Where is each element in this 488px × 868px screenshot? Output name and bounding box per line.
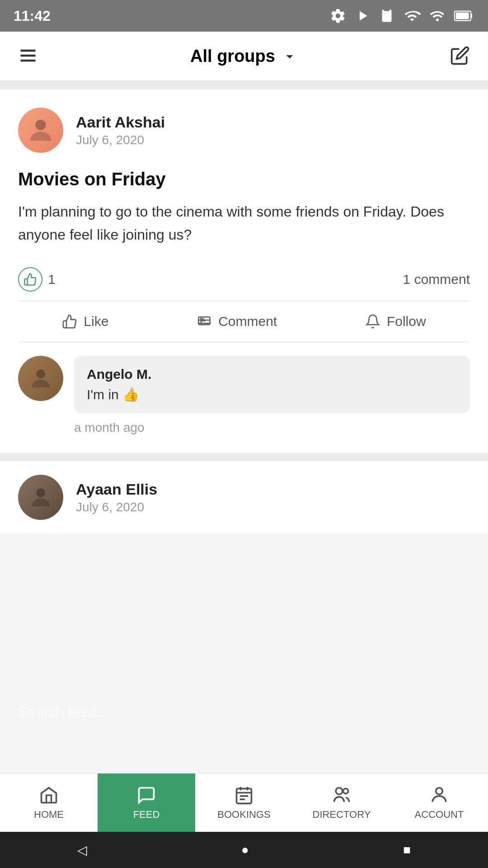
search-overlay: Search feed... (0, 696, 488, 728)
svg-point-21 (343, 788, 348, 793)
comment-time: a month ago (74, 420, 145, 434)
svg-rect-4 (456, 13, 469, 19)
svg-point-20 (336, 788, 343, 794)
next-post-meta: Ayaan Ellis July 6, 2020 (76, 481, 157, 514)
account-label: ACCOUNT (415, 809, 464, 821)
status-icons (330, 8, 474, 24)
home-button[interactable]: ● (241, 843, 249, 857)
comment-section: Angelo M. I'm in 👍 a month ago (0, 342, 488, 453)
like-button[interactable]: Like (62, 314, 108, 329)
comment-button[interactable]: Comment (197, 314, 277, 329)
signal-icon (429, 8, 446, 24)
status-bar: 11:42 (0, 0, 488, 32)
post-body: I'm planning to go to the cinema with so… (18, 200, 470, 246)
recents-button[interactable]: ■ (403, 843, 411, 857)
status-time: 11:42 (14, 8, 51, 24)
post-author: Aarit Akshai (76, 113, 165, 131)
commenter-avatar (18, 356, 63, 401)
android-nav: ◁ ● ■ (0, 832, 488, 868)
nav-title-text: All groups (190, 47, 275, 66)
nav-title-area[interactable]: All groups (190, 47, 298, 66)
svg-point-8 (35, 120, 46, 130)
svg-point-12 (36, 369, 45, 378)
post-header: Aarit Akshai July 6, 2020 (18, 108, 470, 153)
follow-button[interactable]: Follow (365, 314, 426, 329)
gear-icon (330, 8, 346, 24)
post-meta: Aarit Akshai July 6, 2020 (76, 113, 165, 147)
nav-item-directory[interactable]: DIRECTORY (293, 774, 390, 832)
search-placeholder-text: Search feed... (18, 704, 108, 721)
chevron-down-icon (282, 48, 298, 65)
play-icon (354, 8, 371, 24)
bell-icon (365, 314, 380, 329)
reaction-row: 1 1 comment (18, 263, 470, 301)
compose-button[interactable] (450, 46, 470, 67)
comment-count: 1 comment (403, 272, 470, 287)
comment-icon (197, 314, 212, 329)
battery-icon (454, 8, 474, 24)
home-label: HOME (34, 809, 64, 821)
back-button[interactable]: ◁ (77, 843, 87, 858)
feed-label: FEED (133, 809, 160, 821)
svg-point-2 (436, 19, 439, 21)
section-divider-top (0, 81, 488, 90)
post-title: Movies on Friday (18, 169, 470, 189)
clipboard-icon (379, 8, 395, 24)
feed-icon (136, 785, 156, 805)
next-post-avatar (18, 475, 63, 520)
svg-point-22 (436, 788, 443, 794)
top-nav: All groups (0, 32, 488, 81)
post-card: Aarit Akshai July 6, 2020 Movies on Frid… (0, 90, 488, 342)
follow-label: Follow (387, 314, 426, 329)
nav-item-home[interactable]: HOME (0, 774, 98, 832)
home-icon (39, 785, 59, 805)
nav-item-feed[interactable]: FEED (98, 774, 195, 832)
directory-label: DIRECTORY (313, 809, 371, 821)
comment-text: I'm in 👍 (87, 387, 457, 402)
likes-area: 1 (18, 267, 56, 292)
svg-point-13 (36, 488, 45, 497)
calendar-icon (234, 785, 254, 805)
next-post-author: Ayaan Ellis (76, 481, 157, 498)
svg-rect-0 (382, 10, 392, 22)
nav-item-account[interactable]: ACCOUNT (390, 774, 488, 832)
next-post-date: July 6, 2020 (76, 500, 157, 514)
next-post-preview[interactable]: Ayaan Ellis July 6, 2020 (0, 461, 488, 533)
bottom-nav: HOME FEED BOOKINGS DIRECTORY (0, 773, 488, 832)
thumbs-up-circle (18, 267, 42, 292)
hamburger-menu[interactable] (18, 46, 38, 67)
comment-time-row: a month ago (74, 420, 470, 435)
account-icon (429, 785, 449, 805)
comment-author: Angelo M. (87, 367, 457, 382)
directory-icon (332, 785, 352, 805)
bookings-label: BOOKINGS (217, 809, 270, 821)
avatar (18, 108, 63, 153)
like-label: Like (84, 314, 108, 329)
like-icon (62, 314, 77, 329)
svg-rect-1 (384, 9, 389, 11)
likes-count: 1 (48, 272, 56, 287)
comment-bubble: Angelo M. I'm in 👍 (74, 356, 470, 413)
action-buttons: Like Comment Follow (18, 301, 470, 342)
post-date: July 6, 2020 (76, 133, 165, 147)
wifi-icon (403, 8, 421, 24)
section-divider-bottom (0, 453, 488, 461)
nav-item-bookings[interactable]: BOOKINGS (195, 774, 293, 832)
comment-label: Comment (218, 314, 277, 329)
